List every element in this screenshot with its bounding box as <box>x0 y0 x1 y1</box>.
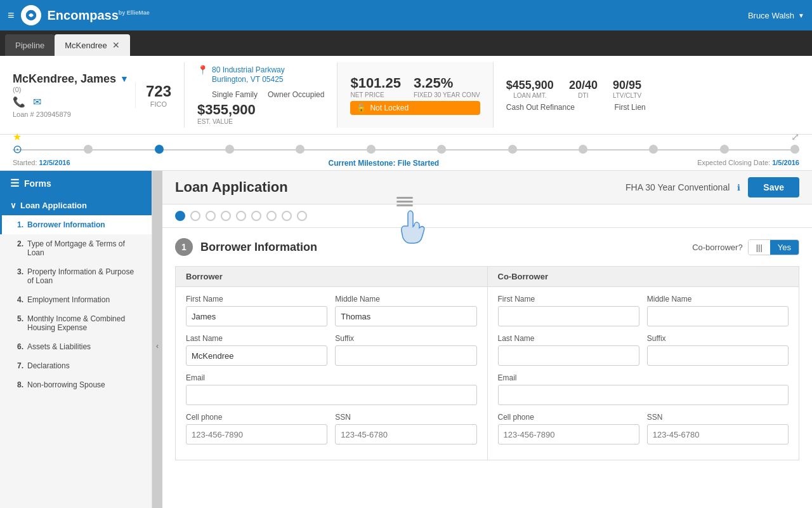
sidebar-item-monthly-income[interactable]: 5. Monthly Income & Combined Housing Exp… <box>0 309 152 337</box>
toggle-off-button[interactable]: ||| <box>749 240 770 255</box>
coborrower-middle-name-input[interactable] <box>647 306 789 326</box>
section-dot-5[interactable] <box>236 211 246 221</box>
sidebar-item-employment[interactable]: 4. Employment Information <box>0 290 152 309</box>
borrower-first-name-input[interactable] <box>186 306 327 326</box>
section-title-group: 1 Borrower Information <box>175 238 317 256</box>
tab-mckendree[interactable]: McKendree ✕ <box>55 34 129 56</box>
sidebar-loan-application[interactable]: ∨ Loan Application <box>0 196 152 215</box>
borrower-middle-name-input[interactable] <box>335 306 476 326</box>
coborrower-ssn-field: SSN <box>647 413 789 444</box>
section-chevron: ∨ <box>10 201 16 210</box>
address-link[interactable]: 80 Industrial Parkway Burlington, VT 054… <box>212 65 285 84</box>
sidebar-item-mortgage-terms[interactable]: 2. Type of Mortgage & Terms of Loan <box>0 234 152 262</box>
tab-close-icon[interactable]: ✕ <box>112 40 120 50</box>
lock-icon: 🔓 <box>357 104 366 112</box>
section-dot-3[interactable] <box>206 211 216 221</box>
section-dot-7[interactable] <box>266 211 277 221</box>
coborrower-suffix-input[interactable] <box>647 345 789 366</box>
user-menu[interactable]: Bruce Walsh ▼ <box>748 11 804 20</box>
section-dot-2[interactable] <box>190 211 200 221</box>
coborrower-name-row: First Name Middle Name <box>498 295 789 326</box>
borrower-cell-phone-field: Cell phone <box>186 413 327 444</box>
milestone-bar: ★ ⤢ ⊙ Started: 12/5/2016 Current Milesto… <box>0 135 812 171</box>
borrower-suffix-input[interactable] <box>335 345 476 366</box>
coborrower-first-name-input[interactable] <box>498 306 639 326</box>
notifications: (0) <box>13 86 129 93</box>
coborrower-email-field: Email <box>498 373 789 405</box>
borrower-ssn-field: SSN <box>335 413 476 444</box>
occupancy: Owner Occupied <box>268 90 324 99</box>
coborrower-last-name-label: Last Name <box>498 334 639 343</box>
top-nav: ≡ Encompassby EllieMae Bruce Walsh ▼ <box>0 0 812 30</box>
borrower-lastname-row: Last Name Suffix <box>186 334 477 366</box>
sidebar-item-assets[interactable]: 6. Assets & Liabilities <box>0 337 152 356</box>
coborrower-phone-row: Cell phone SSN <box>498 413 789 444</box>
tabs-bar: Pipeline McKendree ✕ <box>0 30 812 56</box>
coborrower-middle-name-field: Middle Name <box>647 295 789 326</box>
logo-sub: by EllieMae <box>119 10 150 16</box>
section-dots <box>162 204 812 228</box>
milestone-dot-4 <box>296 145 304 154</box>
sidebar-item-property-info[interactable]: 3. Property Information & Purpose of Loa… <box>0 262 152 290</box>
milestone-dot-7 <box>508 145 517 154</box>
coborrower-lastname-row: Last Name Suffix <box>498 334 789 366</box>
borrower-suffix-label: Suffix <box>335 334 476 343</box>
loan-purpose: Cash Out Refinance <box>506 103 575 112</box>
tab-pipeline[interactable]: Pipeline <box>5 34 55 56</box>
coborrower-col-body: First Name Middle Name Last Name <box>488 287 799 460</box>
borrower-first-name-label: First Name <box>186 295 327 304</box>
borrower-phone-row: Cell phone SSN <box>186 413 477 444</box>
section-dot-1[interactable] <box>175 211 185 221</box>
milestone-dot-11 <box>790 145 799 154</box>
borrower-cell-phone-input[interactable] <box>186 424 327 444</box>
borrower-last-name-label: Last Name <box>186 334 327 343</box>
email-icon[interactable]: ✉ <box>33 96 41 108</box>
borrower-middle-name-field: Middle Name <box>335 295 476 326</box>
section-dot-9[interactable] <box>297 211 307 221</box>
hamburger-icon[interactable]: ≡ <box>8 9 15 22</box>
coborrower-toggle-group: ||| Yes <box>748 239 799 255</box>
toolbar-right: FHA 30 Year Conventional ℹ Save <box>625 177 799 197</box>
milestone-start-icon: ⊙ <box>13 142 22 156</box>
dti-stat: 20/40 DTI <box>569 79 598 99</box>
logo-icon <box>21 5 41 25</box>
forms-icon: ☰ <box>10 177 19 189</box>
coborrower-email-input[interactable] <box>498 385 789 405</box>
milestone-dot-9 <box>649 145 658 154</box>
toggle-yes-button[interactable]: Yes <box>770 240 799 255</box>
borrower-name-row: First Name Middle Name <box>186 295 477 326</box>
milestone-dot-6 <box>437 145 446 154</box>
milestone-dot-8 <box>579 145 587 154</box>
sidebar-collapse-handle[interactable]: ‹ <box>152 171 162 508</box>
borrower-last-name-input[interactable] <box>186 345 327 366</box>
info-icon[interactable]: ℹ <box>737 183 740 192</box>
save-button[interactable]: Save <box>748 177 799 197</box>
coborrower-last-name-input[interactable] <box>498 345 639 366</box>
net-price-label: NET PRICE <box>350 91 401 98</box>
borrower-name[interactable]: McKendree, James ▼ <box>13 72 129 86</box>
fico-value: 723 <box>146 83 171 100</box>
current-milestone: Current Milestone: File Started <box>328 159 439 168</box>
phone-icon[interactable]: 📞 <box>13 96 25 108</box>
section-dot-4[interactable] <box>221 211 231 221</box>
contact-icons: 📞 ✉ <box>13 96 129 108</box>
coborrower-email-row: Email <box>498 373 789 405</box>
coborrower-first-name-label: First Name <box>498 295 639 304</box>
coborrower-cell-phone-label: Cell phone <box>498 413 639 422</box>
borrower-email-row: Email <box>186 373 477 405</box>
lock-status[interactable]: 🔓 Not Locked <box>350 101 480 115</box>
sidebar-item-borrower-info[interactable]: 1. Borrower Information <box>0 215 152 234</box>
sidebar-item-non-borrowing[interactable]: 8. Non-borrowing Spouse <box>0 375 152 394</box>
collapse-icon[interactable]: ⤢ <box>791 131 799 143</box>
borrower-email-input[interactable] <box>186 385 477 405</box>
coborrower-column: Co-Borrower First Name Middle Name <box>488 267 799 460</box>
coborrower-cell-phone-input[interactable] <box>498 424 639 444</box>
section-dot-6[interactable] <box>251 211 261 221</box>
borrower-ssn-input[interactable] <box>335 424 476 444</box>
borrower-col-header: Borrower <box>176 267 487 287</box>
borrower-suffix-field: Suffix <box>335 334 476 366</box>
sidebar-item-declarations[interactable]: 7. Declarations <box>0 356 152 375</box>
coborrower-ssn-input[interactable] <box>647 424 789 444</box>
tab-mckendree-label: McKendree <box>65 41 107 50</box>
section-dot-8[interactable] <box>282 211 292 221</box>
